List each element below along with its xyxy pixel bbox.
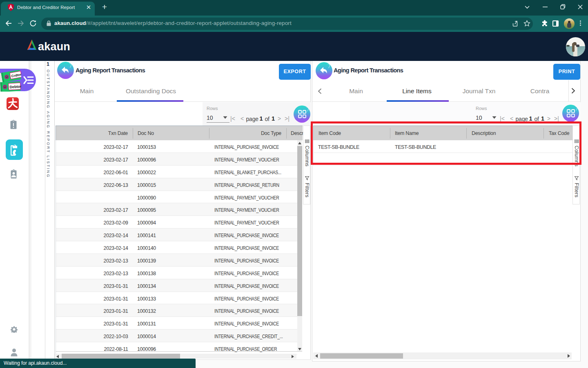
svg-text:Debtors: Debtors — [9, 84, 21, 89]
